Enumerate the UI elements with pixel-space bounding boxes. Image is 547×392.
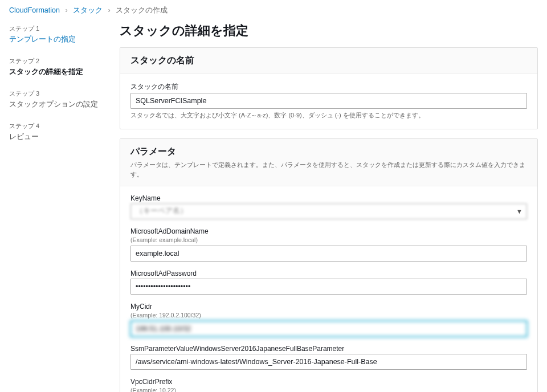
stack-name-help: スタック名では、大文字および小文字 (A-Z～a-z)、数字 (0-9)、ダッシ…: [130, 111, 527, 120]
step-4: ステップ 4 レビュー: [9, 122, 106, 142]
main-content: スタックの詳細を指定 スタックの名前 スタックの名前 スタック名では、大文字およ…: [120, 19, 538, 392]
vpc-cidr-prefix-field: VpcCidrPrefix (Example: 10.22): [130, 378, 527, 392]
keyname-label: KeyName: [130, 194, 527, 202]
section-description: パラメータは、テンプレートで定義されます。また、パラメータを使用すると、スタック…: [130, 160, 527, 179]
panel-header: パラメータ パラメータは、テンプレートで定義されます。また、パラメータを使用する…: [120, 139, 537, 186]
wizard-steps-sidebar: ステップ 1 テンプレートの指定 ステップ 2 スタックの詳細を指定 ステップ …: [9, 19, 106, 392]
step-title: レビュー: [9, 132, 106, 142]
ssm-param-field: SsmParameterValueWindowsServer2016Japane…: [130, 345, 527, 370]
step-title: スタックの詳細を指定: [9, 67, 106, 77]
page-title: スタックの詳細を指定: [120, 22, 538, 39]
section-title: スタックの名前: [130, 55, 527, 67]
breadcrumb: CloudFormation › スタック › スタックの作成: [0, 0, 547, 19]
keyname-select[interactable]: （キーペア名）: [130, 203, 527, 219]
step-title: スタックオプションの設定: [9, 100, 106, 109]
mycidr-input[interactable]: [130, 321, 527, 337]
vpc-cidr-prefix-label: VpcCidrPrefix: [130, 378, 527, 386]
breadcrumb-separator-icon: ›: [65, 6, 67, 14]
ad-domain-field: MicrosoftAdDomainName (Example: example.…: [130, 227, 527, 262]
stack-name-label: スタックの名前: [130, 82, 527, 92]
breadcrumb-root[interactable]: CloudFormation: [9, 6, 60, 14]
vpc-cidr-prefix-hint: (Example: 10.22): [130, 387, 527, 392]
step-label: ステップ 4: [9, 122, 106, 130]
step-label: ステップ 2: [9, 57, 106, 66]
ad-domain-label: MicrosoftAdDomainName: [130, 227, 527, 235]
step-label: ステップ 3: [9, 89, 106, 98]
stack-name-field: スタックの名前 スタック名では、大文字および小文字 (A-Z～a-z)、数字 (…: [130, 82, 527, 120]
step-2: ステップ 2 スタックの詳細を指定: [9, 57, 106, 77]
parameters-panel: パラメータ パラメータは、テンプレートで定義されます。また、パラメータを使用する…: [120, 138, 538, 392]
mycidr-hint: (Example: 192.0.2.100/32): [130, 312, 527, 318]
stack-name-input[interactable]: [130, 93, 527, 109]
mycidr-field: MyCidr (Example: 192.0.2.100/32): [130, 303, 527, 337]
ad-domain-hint: (Example: example.local): [130, 236, 527, 243]
ad-password-field: MicrosoftAdPassword: [130, 270, 527, 295]
ad-password-input[interactable]: [130, 279, 527, 295]
step-3: ステップ 3 スタックオプションの設定: [9, 89, 106, 109]
ssm-param-input[interactable]: [130, 354, 527, 370]
ad-password-label: MicrosoftAdPassword: [130, 270, 527, 277]
step-title: テンプレートの指定: [9, 35, 106, 44]
panel-header: スタックの名前: [120, 48, 537, 74]
ssm-param-label: SsmParameterValueWindowsServer2016Japane…: [130, 345, 527, 353]
stack-name-panel: スタックの名前 スタックの名前 スタック名では、大文字および小文字 (A-Z～a…: [120, 47, 538, 129]
step-label: ステップ 1: [9, 24, 106, 33]
keyname-field: KeyName （キーペア名） ▼: [130, 194, 527, 219]
step-1[interactable]: ステップ 1 テンプレートの指定: [9, 24, 106, 44]
breadcrumb-stacks[interactable]: スタック: [73, 6, 103, 14]
section-title: パラメータ: [130, 146, 527, 158]
breadcrumb-current: スタックの作成: [116, 6, 168, 14]
ad-domain-input[interactable]: [130, 246, 527, 262]
breadcrumb-separator-icon: ›: [108, 6, 111, 14]
mycidr-label: MyCidr: [130, 303, 527, 311]
